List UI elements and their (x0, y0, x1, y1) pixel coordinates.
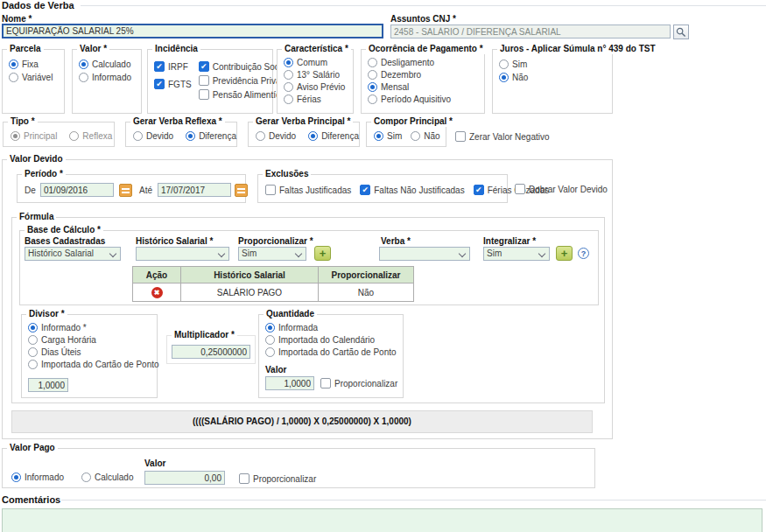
radio-juros-nao[interactable]: Não (499, 73, 612, 82)
radio-parcela-fixa[interactable]: Fixa (9, 60, 64, 69)
multiplicador-input[interactable] (172, 345, 250, 359)
historico-salarial-label: Histórico Salarial * (136, 236, 213, 246)
checkbox-faltas-nao-justificadas[interactable]: Faltas Não Justificadas (360, 185, 464, 195)
radio-label: Importada do Cartão de Ponto (41, 360, 159, 369)
assuntos-search-button[interactable] (673, 24, 689, 39)
table-row: ✖ SALÁRIO PAGO Não (133, 284, 414, 302)
radio-ocorrencia-mensal[interactable]: Mensal (368, 82, 484, 92)
radio-divisor-informado[interactable]: Informado * (28, 323, 157, 332)
periodo-ate-input[interactable] (158, 183, 231, 197)
valor-devido-fieldset: Valor Devido Período * De Até Exclusões … (2, 159, 613, 439)
radio-valor-calculado[interactable]: Calculado (79, 60, 141, 69)
checkbox-label: Pensão Alimentícia (213, 90, 287, 100)
checkbox-quantidade-proporcionalizar[interactable]: Proporcionalizar (320, 378, 397, 388)
multiplicador-label: Multiplicador * (172, 330, 237, 340)
radio-divisor-carga-horaria[interactable]: Carga Horária (28, 335, 157, 345)
radio-label: Principal (24, 131, 57, 141)
quantidade-fieldset: Quantidade Informada Importada do Calend… (258, 314, 404, 398)
radio-reflexa-devido[interactable]: Devido (133, 131, 173, 141)
historico-salarial-select[interactable] (136, 247, 229, 261)
radio-icon (79, 60, 88, 69)
valor-pago-legend: Valor Pago (7, 443, 58, 453)
radio-caracteristica-comum[interactable]: Comum (284, 58, 353, 67)
divisor-value-input[interactable] (28, 378, 68, 392)
checkbox-irpf[interactable]: IRPF (154, 61, 192, 72)
verba-select[interactable] (379, 247, 470, 261)
comentarios-textarea[interactable] (2, 508, 762, 532)
radio-label: Dezembro (381, 70, 421, 80)
nome-input[interactable] (2, 24, 383, 38)
radio-principal-devido[interactable]: Devido (256, 131, 296, 141)
base-calculo-fieldset: Base de Cálculo * Bases Cadastradas Hist… (19, 230, 599, 305)
radio-compor-sim[interactable]: Sim (374, 131, 402, 141)
checkbox-valor-pago-proporcionalizar[interactable]: Proporcionalizar (239, 473, 316, 484)
checkbox-fgts[interactable]: FGTS (154, 79, 192, 89)
checkbox-icon (474, 185, 484, 195)
radio-parcela-variavel[interactable]: Variável (9, 73, 64, 82)
table-cell-proporcionalizar: Não (319, 284, 414, 302)
add-base-button[interactable]: + (314, 246, 331, 261)
parcela-fieldset: Parcela Fixa Variável (2, 49, 65, 114)
radio-label: Reflexa (82, 131, 112, 141)
radio-divisor-dias-uteis[interactable]: Dias Úteis (28, 347, 157, 357)
radio-valor-pago-informado[interactable]: Informado (11, 472, 64, 482)
radio-label: Diferença (199, 131, 236, 141)
radio-icon (28, 323, 38, 332)
radio-quantidade-calendario[interactable]: Importada do Calendário (265, 335, 403, 345)
radio-reflexa-diferenca[interactable]: Diferença (186, 131, 236, 141)
periodo-legend: Período * (22, 169, 66, 179)
calendar-icon[interactable] (235, 184, 248, 197)
radio-valor-pago-calculado[interactable]: Calculado (81, 472, 133, 482)
radio-label: Informado (25, 472, 64, 482)
radio-icon (265, 323, 275, 332)
bases-cadastradas-select[interactable]: Histórico Salarial (25, 247, 121, 261)
checkbox-label: Zerar Valor Negativo (469, 132, 550, 142)
radio-icon (374, 131, 383, 141)
radio-caracteristica-ferias[interactable]: Férias (284, 94, 353, 104)
radio-ocorrencia-desligamento[interactable]: Desligamento (368, 58, 484, 67)
quantidade-valor-label: Valor (265, 365, 286, 374)
gerar-verba-principal-legend: Gerar Verba Principal * (253, 116, 353, 127)
radio-ocorrencia-periodo-aquisitivo[interactable]: Período Aquisitivo (368, 94, 484, 104)
delete-row-icon[interactable]: ✖ (151, 287, 163, 298)
dados-de-verba-form: Dados de Verba Nome * Assuntos CNJ * Par… (0, 0, 766, 532)
radio-icon (368, 94, 377, 104)
radio-ocorrencia-dezembro[interactable]: Dezembro (368, 70, 484, 80)
radio-quantidade-cartao-ponto[interactable]: Importada do Cartão de Ponto (265, 347, 403, 357)
radio-caracteristica-13-salario[interactable]: 13° Salário (284, 70, 353, 80)
proporcionalizar-label: Proporcionalizar * (238, 236, 313, 246)
checkbox-faltas-justificadas[interactable]: Faltas Justificadas (265, 185, 351, 195)
calendar-icon[interactable] (119, 184, 132, 197)
radio-label: Devido (146, 131, 173, 141)
integralizar-select[interactable]: Sim (483, 247, 550, 261)
radio-juros-sim[interactable]: Sim (499, 60, 612, 69)
radio-quantidade-informada[interactable]: Informada (265, 323, 403, 332)
help-icon[interactable]: ? (578, 248, 589, 259)
valor-devido-legend: Valor Devido (7, 154, 66, 164)
radio-principal-diferenca[interactable]: Diferença (308, 131, 359, 141)
valor-legend: Valor * (77, 44, 109, 54)
bases-cadastradas-label: Bases Cadastradas (25, 236, 105, 246)
proporcionalizar-select[interactable]: Sim (238, 247, 306, 261)
formula-fieldset: Fórmula Base de Cálculo * Bases Cadastra… (11, 217, 605, 403)
radio-icon (28, 335, 38, 345)
checkbox-zerar-valor-negativo[interactable]: Zerar Valor Negativo (455, 131, 550, 142)
assuntos-cnj-input[interactable] (390, 24, 671, 38)
radio-divisor-cartao-ponto[interactable]: Importada do Cartão de Ponto (28, 360, 157, 369)
radio-caracteristica-aviso-previo[interactable]: Aviso Prévio (284, 82, 353, 92)
add-verba-button[interactable]: + (556, 246, 573, 261)
quantidade-valor-input[interactable] (265, 376, 314, 390)
radio-compor-nao[interactable]: Não (411, 131, 439, 141)
header-divider (81, 5, 766, 6)
checkbox-label: Faltas Não Justificadas (374, 186, 464, 195)
checkbox-dobrar-valor-devido[interactable]: Dobrar Valor Devido (515, 184, 608, 194)
radio-label: Informada (278, 323, 318, 332)
valor-pago-input[interactable] (144, 471, 225, 485)
radio-valor-informado[interactable]: Informado (79, 73, 141, 82)
radio-label: Férias (297, 94, 321, 104)
checkbox-icon (199, 75, 209, 86)
formula-legend: Fórmula (17, 212, 56, 222)
periodo-de-input[interactable] (40, 183, 114, 197)
bases-table: Ação Histórico Salarial Proporcionalizar… (132, 266, 414, 302)
radio-label: Período Aquisitivo (381, 94, 451, 104)
